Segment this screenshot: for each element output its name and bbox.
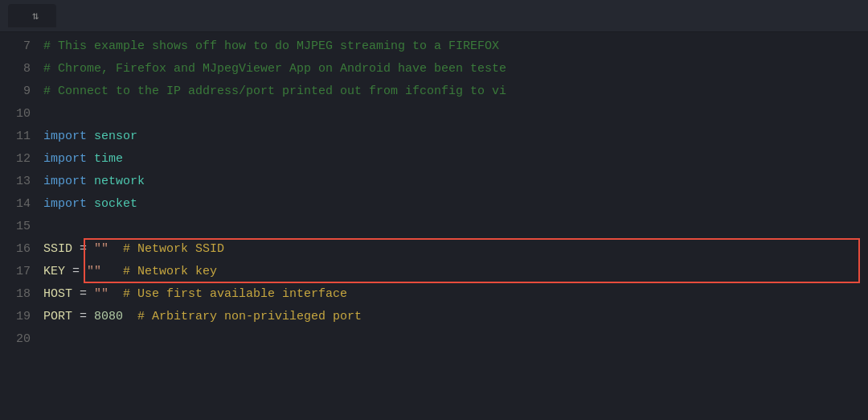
token [108,238,123,261]
token [101,261,123,283]
token: = [65,261,87,283]
token [123,306,137,328]
token: = [72,306,94,328]
line-number: 9 [6,80,31,103]
token: sensor [94,126,137,148]
editor-container: 7891011121314151617181920 # This example… [0,32,868,420]
token [108,283,123,306]
token [87,171,94,193]
line-number: 16 [6,238,31,261]
file-tab[interactable]: ⇅ [8,4,56,27]
code-line [40,216,868,238]
token [87,126,94,148]
token: "" [94,238,108,261]
line-number: 20 [6,328,31,351]
token: # This example shows off how to do MJPEG… [43,35,499,58]
token: # Network key [123,261,217,283]
token: import [43,171,87,193]
token: 8080 [94,306,123,328]
token: import [43,126,87,148]
token: = [72,238,94,261]
line-number: 8 [6,58,31,80]
token: # Use first available interface [123,283,347,306]
token: SSID [43,238,72,261]
line-number: 7 [6,35,31,58]
code-line: import network [40,171,868,193]
token: network [94,171,145,193]
code-line: import socket [40,193,868,216]
token: # Network SSID [123,238,224,261]
code-line: import time [40,148,868,171]
token [87,148,94,171]
code-line: SSID = "" # Network SSID [40,238,868,261]
code-line [40,328,868,351]
code-area[interactable]: # This example shows off how to do MJPEG… [40,32,868,420]
token: # Connect to the IP address/port printed… [43,80,506,103]
code-line: HOST = "" # Use first available interfac… [40,283,868,306]
token: import [43,148,87,171]
line-number: 13 [6,171,31,193]
tab-bar: ⇅ [0,0,868,32]
line-number: 12 [6,148,31,171]
line-number: 11 [6,126,31,148]
token: HOST [43,283,72,306]
code-line: # Connect to the IP address/port printed… [40,80,868,103]
token: "" [87,261,101,283]
code-line: # This example shows off how to do MJPEG… [40,35,868,58]
line-numbers: 7891011121314151617181920 [0,32,40,420]
code-line: # Chrome, Firefox and MJpegViewer App on… [40,58,868,80]
line-number: 19 [6,306,31,328]
code-line: import sensor [40,126,868,148]
token: # Chrome, Firefox and MJpegViewer App on… [43,58,506,80]
tab-arrows-icon[interactable]: ⇅ [32,9,39,23]
token: socket [94,193,137,216]
line-number: 10 [6,103,31,126]
token: time [94,148,123,171]
token: PORT [43,306,72,328]
line-number: 15 [6,216,31,238]
code-line: KEY = "" # Network key [40,261,868,283]
line-number: 17 [6,261,31,283]
token: # Arbitrary non-privileged port [137,306,362,328]
token: = [72,283,94,306]
token: "" [94,283,108,306]
line-number: 14 [6,193,31,216]
code-line: PORT = 8080 # Arbitrary non-privileged p… [40,306,868,328]
token [87,193,94,216]
token: KEY [43,261,65,283]
token: import [43,193,87,216]
line-number: 18 [6,283,31,306]
code-line [40,103,868,126]
